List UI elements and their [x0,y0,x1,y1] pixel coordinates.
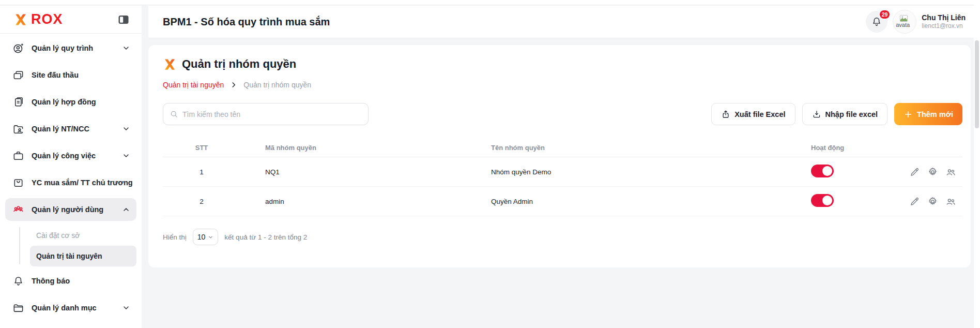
page-scrollbar[interactable] [974,0,980,328]
cell-active [807,194,905,208]
header-right: 29 avata Chu Thị Liên lienct1@rox.vn [866,10,966,34]
sidebar-item-site-dau-thau[interactable]: Site đấu thầu [5,64,136,86]
search-icon [170,110,178,118]
sidebar-item-quan-ly-nguoi-dung[interactable]: Quản lý người dùng [5,198,136,221]
add-new-label: Thêm mới [917,110,953,118]
avatar[interactable]: avata [893,10,916,34]
page-size-value: 10 [197,233,206,241]
sidebar-subitem-quan-tri-tai-nguyen[interactable]: Quản trị tài nguyên [30,246,136,266]
sidebar: ROX Quản lý quy trìnhSite đấu thầuQuản l… [0,6,142,328]
bell-icon [12,275,24,287]
settings-button[interactable] [927,196,938,207]
members-button[interactable] [945,167,956,177]
breadcrumb-current: Quản trị nhóm quyền [243,81,311,89]
cell-group-name: Quyền Admin [477,198,807,205]
person-gear-icon [12,42,24,54]
toolbar: Xuất file Excel Nhập file excel Thêm mới [163,103,962,125]
chevron-down-icon [208,234,213,240]
notifications-button[interactable]: 29 [866,11,887,33]
breadcrumb-parent[interactable]: Quản trị tài nguyên [163,81,224,89]
search-box [163,103,369,125]
table-header-row: STT Mã nhóm quyền Tên nhóm quyền Hoạt độ… [163,139,962,157]
breadcrumb: Quản trị tài nguyên Quản trị nhóm quyền [163,81,962,89]
sidebar-item-quan-ly-hop-dong[interactable]: Quản lý hợp đồng [5,91,136,113]
sidebar-item-label: Quản lý người dùng [32,205,103,214]
cell-actions [905,167,962,177]
active-toggle[interactable] [811,194,834,207]
cell-stt: 1 [163,168,240,176]
windows-icon [12,69,24,81]
column-header-code: Mã nhóm quyền [240,144,477,152]
user-name: Chu Thị Liên [922,13,966,23]
import-excel-label: Nhập file excel [825,110,878,118]
cell-stt: 2 [163,198,240,205]
chevron-down-icon [122,44,130,52]
scrollbar-thumb[interactable] [975,40,979,128]
members-button[interactable] [945,196,956,207]
cell-actions [905,196,962,207]
sidebar-subitem-cai-dat-co-so[interactable]: Cài đặt cơ sở [30,225,136,246]
user-email: lienct1@rox.vn [922,22,963,30]
cell-group-code: admin [240,198,477,205]
sidebar-item-label: Quản lý hợp đồng [32,98,96,106]
users-two-icon [945,196,956,207]
gear-icon [927,196,938,207]
toggle-knob [822,166,832,176]
settings-button[interactable] [927,167,938,177]
toolbar-buttons: Xuất file Excel Nhập file excel Thêm mới [711,103,962,125]
cell-active [807,165,905,179]
import-excel-button[interactable]: Nhập file excel [802,103,888,125]
notification-badge: 29 [879,9,891,20]
users-icon [12,204,24,216]
sidebar-submenu: Cài đặt cơ sởQuản trị tài nguyên [5,225,136,266]
window-top-strip [0,0,980,5]
column-header-active: Hoạt động [807,144,905,152]
sidebar-item-thong-bao[interactable]: Thông báo [5,270,136,292]
toggle-knob [822,196,832,205]
export-excel-button[interactable]: Xuất file Excel [711,103,795,125]
folder-icon [12,302,24,314]
sidebar-item-quan-ly-danh-muc[interactable]: Quản lý danh mục [5,296,136,319]
content-card: Quản trị nhóm quyền Quản trị tài nguyên … [148,45,971,267]
page-size-label: Hiển thị [163,233,187,241]
sidebar-item-yc-mua-sam-tt-chu-truong[interactable]: YC mua sắm/ TT chủ trương [5,171,136,194]
page-title-x-icon [163,57,177,71]
column-header-stt: STT [163,144,240,152]
sidebar-item-quan-ly-cong-viec[interactable]: Quản lý công việc [5,144,136,167]
import-icon [812,110,821,119]
sidebar-collapse-icon[interactable] [117,13,130,26]
table-row: 2adminQuyền Admin [163,187,962,216]
app-title: BPM1 - Số hóa quy trình mua sắm [163,16,330,28]
page-title: Quản trị nhóm quyền [182,57,296,71]
cell-group-code: NQ1 [240,168,477,176]
sidebar-item-label: Quản lý quy trình [32,44,93,52]
sidebar-item-quan-ly-nt-ncc[interactable]: Quản lý NT/NCC [5,117,136,140]
edit-button[interactable] [909,196,920,207]
rox-x-icon [13,12,28,27]
pencil-icon [909,196,920,207]
pencil-icon [909,167,920,177]
table-row: 1NQ1Nhóm quyền Demo [163,157,962,187]
chevron-up-icon [122,205,130,214]
folder-user-icon [12,123,24,135]
sidebar-item-label: Quản lý danh mục [32,304,97,312]
table-body: 1NQ1Nhóm quyền Demo2adminQuyền Admin [163,157,962,216]
sidebar-item-label: Site đấu thầu [32,71,79,79]
page-title-row: Quản trị nhóm quyền [163,56,962,72]
rox-logo[interactable]: ROX [13,12,63,27]
edit-button[interactable] [909,167,920,177]
document-icon [12,96,24,108]
app-root: ROX Quản lý quy trìnhSite đấu thầuQuản l… [0,0,980,328]
pagination: Hiển thị 10 kết quả từ 1 - 2 trên tổng 2 [163,229,962,245]
search-input[interactable] [182,110,362,118]
rox-logo-text: ROX [31,12,63,26]
add-new-button[interactable]: Thêm mới [894,103,962,125]
active-toggle[interactable] [811,165,834,177]
column-header-name: Tên nhóm quyền [477,144,807,152]
plus-icon [904,110,913,119]
broken-image-icon [900,15,908,22]
cell-group-name: Nhóm quyền Demo [477,168,807,176]
page-size-select[interactable]: 10 [193,229,219,245]
sidebar-item-quan-ly-quy-trinh[interactable]: Quản lý quy trình [5,37,136,59]
export-excel-label: Xuất file Excel [734,110,785,118]
